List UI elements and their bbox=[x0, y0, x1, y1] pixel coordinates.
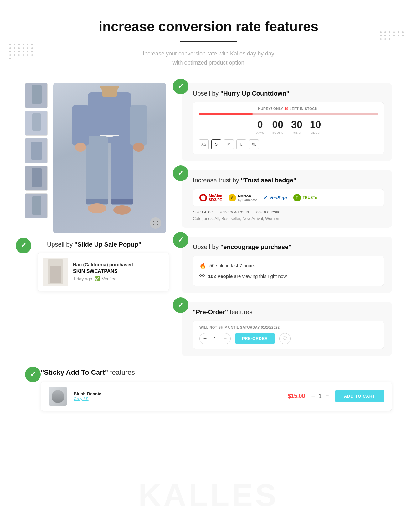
countdown-numbers: 0 DAYS 00 HOURS 30 MINS 10 bbox=[199, 119, 378, 135]
truste-icon: T bbox=[293, 194, 301, 201]
svg-rect-7 bbox=[32, 168, 42, 187]
countdown-days: 0 DAYS bbox=[256, 119, 265, 135]
thumbnail-1[interactable] bbox=[25, 83, 48, 108]
thumbnail-5[interactable] bbox=[25, 193, 48, 218]
trust-badges-row: McAfee SECURE ✓ Norton by Symantec bbox=[193, 189, 384, 206]
fire-icon: 🔥 bbox=[199, 262, 206, 269]
svg-rect-5 bbox=[31, 142, 42, 160]
preorder-qty-plus[interactable]: + bbox=[220, 333, 230, 344]
beanie-shape bbox=[52, 390, 64, 403]
encourage-check-icon: ✓ bbox=[173, 232, 188, 248]
size-xs[interactable]: XS bbox=[199, 139, 209, 149]
preorder-check-icon: ✓ bbox=[173, 297, 188, 313]
will-not-ship-text: WILL NOT SHIP UNTIL SATURDAY 01/10/2022 bbox=[199, 326, 377, 329]
trust-badge-card: ✓ Increase trust by "Trust seal badge" M… bbox=[182, 170, 392, 228]
thumbnail-3[interactable] bbox=[25, 138, 48, 163]
svg-point-21 bbox=[133, 143, 144, 152]
svg-point-17 bbox=[113, 205, 131, 215]
sticky-cart-label: "Sticky Add To Cart" features bbox=[41, 368, 392, 377]
sticky-product-variant[interactable]: Gray / S bbox=[74, 396, 101, 401]
svg-rect-1 bbox=[32, 85, 42, 104]
norton-badge: ✓ Norton by Symantec bbox=[229, 194, 257, 202]
sticky-cart-section: ✓ "Sticky Add To Cart" features Blush Be… bbox=[25, 368, 392, 411]
left-column: ⛶ ✓ Upsell by "Slide Up Sale Popup" bbox=[25, 83, 169, 291]
hurry-text: HURRY! ONLY 19 LEFT IN STOCK. bbox=[199, 107, 378, 111]
popup-info: Hau (California) purchased SKIN SWEATPAN… bbox=[73, 262, 164, 282]
product-thumbnails bbox=[25, 83, 50, 218]
verisign-badge: ✓ VeriSign bbox=[263, 194, 287, 201]
sticky-right-controls: $15.00 − 1 + ADD TO CART bbox=[288, 390, 384, 402]
trust-check-icon: ✓ bbox=[173, 165, 188, 181]
hurry-countdown-card: ✓ Upsell by "Hurry Up Countdown" HURRY! … bbox=[182, 83, 392, 161]
countdown-mins: 30 MINS bbox=[291, 119, 302, 135]
page-wrapper: increase conversion rate features Increa… bbox=[0, 0, 417, 532]
preorder-qty-control: − 1 + bbox=[199, 333, 231, 344]
sticky-cart-check-icon: ✓ bbox=[25, 367, 41, 382]
truste-badge: T TRUSTe bbox=[293, 194, 317, 201]
page-subtitle: Increase your conversion rate with Kalle… bbox=[25, 49, 392, 67]
svg-rect-12 bbox=[86, 136, 108, 205]
preorder-controls: − 1 + PRE-ORDER ♡ bbox=[199, 333, 377, 344]
encourage-items: 🔥 50 sold in last 7 hours 👁 102 People a… bbox=[193, 256, 384, 286]
decorative-dots-top-right bbox=[380, 31, 404, 40]
thumbnail-2[interactable] bbox=[25, 111, 48, 136]
verified-icon: ✅ bbox=[94, 276, 100, 282]
sticky-product-name: Blush Beanie bbox=[74, 391, 101, 396]
norton-icon: ✓ bbox=[229, 194, 236, 201]
policy-links: Size Guide Delivery & Return Ask a quest… bbox=[193, 210, 384, 214]
preorder-wishlist-button[interactable]: ♡ bbox=[279, 333, 291, 344]
expand-button[interactable]: ⛶ bbox=[150, 217, 161, 229]
size-options: XS S M L XL bbox=[199, 139, 378, 149]
delivery-link[interactable]: Delivery & Return bbox=[219, 210, 250, 214]
encourage-card: ✓ Upsell by "encougrage purchase" 🔥 50 s… bbox=[182, 237, 392, 293]
sticky-qty-value: 1 bbox=[319, 394, 322, 399]
main-content: ⛶ ✓ Upsell by "Slide Up Sale Popup" bbox=[25, 83, 392, 356]
svg-rect-9 bbox=[32, 196, 41, 215]
mcafee-badge: McAfee SECURE bbox=[199, 194, 222, 201]
countdown-title: Upsell by "Hurry Up Countdown" bbox=[193, 90, 384, 97]
popup-customer: Hau (California) purchased bbox=[73, 262, 164, 267]
countdown-hours: 00 HOURS bbox=[272, 119, 284, 135]
sticky-qty-plus[interactable]: + bbox=[325, 393, 329, 400]
size-l[interactable]: L bbox=[236, 139, 246, 149]
popup-time: 1 day ago ✅ Verified bbox=[73, 276, 164, 282]
slide-popup-section: ✓ Upsell by "Slide Up Sale Popup" bbox=[25, 241, 169, 291]
size-xl[interactable]: XL bbox=[249, 139, 259, 149]
preorder-button[interactable]: PRE-ORDER bbox=[235, 333, 275, 344]
categories-line: Categories: All, Best seller, New Arriva… bbox=[193, 216, 384, 221]
countdown-area: HURRY! ONLY 19 LEFT IN STOCK. 0 DAYS 00 … bbox=[193, 102, 384, 154]
svg-rect-13 bbox=[111, 136, 133, 205]
add-to-cart-button[interactable]: ADD TO CART bbox=[335, 390, 384, 402]
preorder-area: WILL NOT SHIP UNTIL SATURDAY 01/10/2022 … bbox=[193, 321, 384, 349]
preorder-card: ✓ "Pre-Order" features WILL NOT SHIP UNT… bbox=[182, 302, 392, 356]
title-underline bbox=[180, 41, 237, 42]
size-guide-link[interactable]: Size Guide bbox=[193, 210, 213, 214]
size-s[interactable]: S bbox=[211, 139, 221, 149]
sticky-cart-bar: Blush Beanie Gray / S $15.00 − 1 + ADD T… bbox=[41, 382, 392, 411]
sticky-qty-minus[interactable]: − bbox=[311, 393, 315, 400]
sticky-qty-group: − 1 + bbox=[311, 393, 329, 400]
preorder-qty-minus[interactable]: − bbox=[200, 333, 210, 344]
trust-title: Increase trust by "Trust seal badge" bbox=[193, 177, 384, 184]
thumbnail-4[interactable] bbox=[25, 166, 48, 191]
sticky-product-info: Blush Beanie Gray / S bbox=[74, 391, 101, 401]
encourage-title: Upsell by "encougrage purchase" bbox=[193, 243, 384, 251]
decorative-dots-top-left bbox=[9, 44, 34, 59]
page-header: increase conversion rate features Increa… bbox=[25, 19, 392, 67]
svg-rect-15 bbox=[111, 199, 133, 204]
size-m[interactable]: M bbox=[224, 139, 234, 149]
stock-bar bbox=[199, 113, 378, 115]
countdown-secs: 10 SECS bbox=[310, 119, 321, 135]
encourage-item-viewing: 👁 102 People are viewing this right now bbox=[199, 271, 377, 281]
watermark: KALLES bbox=[138, 477, 279, 513]
countdown-check-icon: ✓ bbox=[173, 79, 188, 94]
svg-point-20 bbox=[75, 143, 86, 152]
popup-product-name: SKIN SWEATPANS bbox=[73, 269, 164, 274]
ask-question-link[interactable]: Ask a question bbox=[256, 210, 282, 214]
sticky-price: $15.00 bbox=[288, 393, 305, 399]
right-column: ✓ Upsell by "Hurry Up Countdown" HURRY! … bbox=[182, 83, 392, 356]
svg-rect-14 bbox=[86, 199, 108, 204]
svg-point-16 bbox=[88, 203, 106, 213]
eye-icon: 👁 bbox=[199, 273, 205, 279]
sticky-product-image bbox=[49, 387, 67, 406]
